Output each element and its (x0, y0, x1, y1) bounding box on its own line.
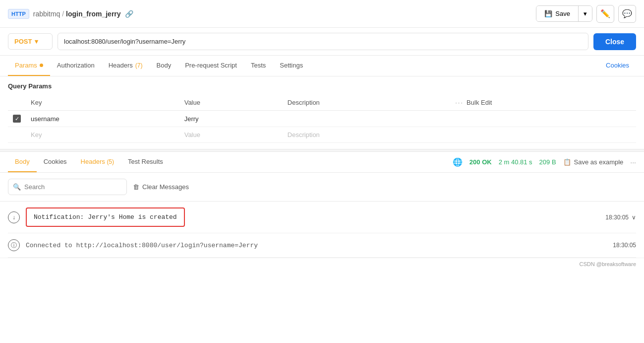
notification-message-text: Notification: Jerry's Home is created (26, 207, 185, 227)
footer: CSDN @breaksoftware (0, 258, 644, 270)
headers-count: (7) (135, 62, 143, 69)
save-as-example-button[interactable]: 📋 Save as example (563, 158, 624, 166)
save-icon: 💾 (544, 10, 552, 17)
description-column-header: Description (283, 95, 450, 111)
response-test-results-label: Test Results (128, 158, 163, 165)
tab-settings[interactable]: Settings (273, 56, 310, 76)
clear-messages-label: Clear Messages (142, 183, 189, 191)
response-tab-test-results[interactable]: Test Results (121, 152, 170, 172)
status-badge: 200 OK (469, 158, 492, 166)
tab-cookies-label: Cookies (606, 62, 629, 69)
new-param-row: Key Value Description (8, 127, 636, 143)
timestamp-text: 18:30:05 (613, 242, 636, 249)
list-item: ⓘ Connected to http://localhost:8080/use… (8, 233, 636, 258)
chevron-down-icon: ▾ (584, 10, 587, 17)
value-cell[interactable]: Jerry (179, 111, 283, 127)
new-value-cell[interactable]: Value (179, 127, 283, 143)
download-arrow-icon: ↓ (8, 211, 20, 223)
tab-headers-label: Headers (109, 62, 133, 69)
method-label: POST (14, 38, 32, 45)
tab-prerequest[interactable]: Pre-request Script (178, 56, 244, 76)
message-content: Notification: Jerry's Home is created (26, 207, 599, 227)
tab-params-label: Params (15, 62, 37, 69)
messages-area: ↓ Notification: Jerry's Home is created … (0, 202, 644, 258)
tab-prerequest-label: Pre-request Script (185, 62, 237, 69)
bulk-edit-button[interactable]: Bulk Edit (467, 99, 492, 106)
table-row: ✓ username Jerry (8, 111, 636, 127)
comment-icon-button[interactable]: 💬 (618, 5, 636, 23)
top-bar: HTTP rabbitmq / login_from_jerry 🔗 💾 Sav… (0, 0, 644, 28)
message-content: Connected to http://localhost:8080/user/… (26, 241, 607, 249)
url-input[interactable] (58, 33, 588, 50)
save-button-group: 💾 Save ▾ (536, 5, 592, 22)
tab-authorization-label: Authorization (57, 62, 95, 69)
search-bar-row: 🔍 🗑 Clear Messages (0, 173, 644, 202)
close-button[interactable]: Close (593, 33, 636, 50)
response-tabs-bar: Body Cookies Headers (5) Test Results 🌐 … (0, 152, 644, 173)
value-placeholder: Value (184, 131, 200, 138)
params-table: Key Value Description ··· Bulk Edit ✓ us… (8, 95, 636, 143)
key-placeholder: Key (31, 131, 42, 138)
save-label: Save (555, 10, 570, 17)
http-badge: HTTP (8, 9, 29, 19)
method-select[interactable]: POST ▾ (8, 33, 53, 50)
tab-tests[interactable]: Tests (244, 56, 273, 76)
save-example-icon: 📋 (563, 158, 571, 166)
bulk-edit-header: ··· Bulk Edit (450, 95, 636, 111)
save-dropdown-button[interactable]: ▾ (578, 6, 592, 21)
tab-body-label: Body (157, 62, 172, 69)
response-time: 2 m 40.81 s (499, 158, 532, 166)
more-dots-icon[interactable]: ··· (455, 99, 464, 106)
tab-cookies[interactable]: Cookies (599, 56, 636, 76)
query-params-section: Query Params Key Value Description ··· B… (0, 76, 644, 149)
tab-authorization[interactable]: Authorization (50, 56, 102, 76)
comment-icon: 💬 (622, 9, 632, 18)
breadcrumb: rabbitmq / login_from_jerry (33, 10, 121, 18)
url-bar: POST ▾ Close (0, 28, 644, 56)
trash-icon: 🗑 (133, 183, 139, 191)
save-example-label: Save as example (574, 158, 624, 166)
link-icon[interactable]: 🔗 (125, 10, 133, 18)
info-icon: ⓘ (8, 239, 20, 251)
list-item: ↓ Notification: Jerry's Home is created … (8, 202, 636, 233)
info-message-text: Connected to http://localhost:8080/user/… (26, 242, 258, 249)
tab-body[interactable]: Body (150, 56, 178, 76)
response-tab-body[interactable]: Body (8, 152, 37, 172)
tab-tests-label: Tests (251, 62, 266, 69)
checkbox-header (8, 95, 26, 111)
response-headers-count: (5) (107, 158, 114, 165)
response-size: 209 B (539, 158, 556, 166)
search-input-wrap: 🔍 (8, 179, 127, 195)
tab-headers[interactable]: Headers (7) (102, 56, 150, 76)
key-column-header: Key (26, 95, 179, 111)
request-tabs-bar: Params Authorization Headers (7) Body Pr… (0, 56, 644, 76)
response-tab-headers[interactable]: Headers (5) (74, 152, 121, 172)
breadcrumb-separator: / (62, 10, 64, 18)
key-cell[interactable]: username (26, 111, 179, 127)
description-cell[interactable] (283, 111, 450, 127)
method-chevron-icon: ▾ (35, 38, 38, 45)
response-tab-cookies[interactable]: Cookies (37, 152, 74, 172)
desc-placeholder: Description (288, 131, 320, 138)
params-dot-indicator (40, 64, 43, 67)
tab-params[interactable]: Params (8, 56, 50, 76)
new-desc-cell[interactable]: Description (283, 127, 450, 143)
top-bar-left: HTTP rabbitmq / login_from_jerry 🔗 (8, 9, 536, 19)
more-options-button[interactable]: ··· (630, 158, 636, 166)
query-params-title: Query Params (8, 82, 636, 90)
footer-credit: CSDN @breaksoftware (580, 261, 636, 267)
tab-settings-label: Settings (280, 62, 303, 69)
breadcrumb-current: login_from_jerry (66, 10, 120, 18)
response-headers-label: Headers (81, 158, 105, 165)
expand-icon[interactable]: ∨ (632, 214, 636, 221)
new-key-cell[interactable]: Key (26, 127, 179, 143)
timestamp-text: 18:30:05 (605, 214, 629, 221)
breadcrumb-parent[interactable]: rabbitmq (33, 10, 60, 18)
search-input[interactable] (8, 179, 127, 195)
row-checkbox[interactable]: ✓ (13, 115, 21, 123)
message-timestamp: 18:30:05 (613, 242, 636, 249)
save-button[interactable]: 💾 Save (536, 6, 578, 21)
edit-icon-button[interactable]: ✏️ (596, 5, 614, 23)
clear-messages-button[interactable]: 🗑 Clear Messages (133, 183, 189, 191)
pencil-icon: ✏️ (600, 9, 610, 18)
